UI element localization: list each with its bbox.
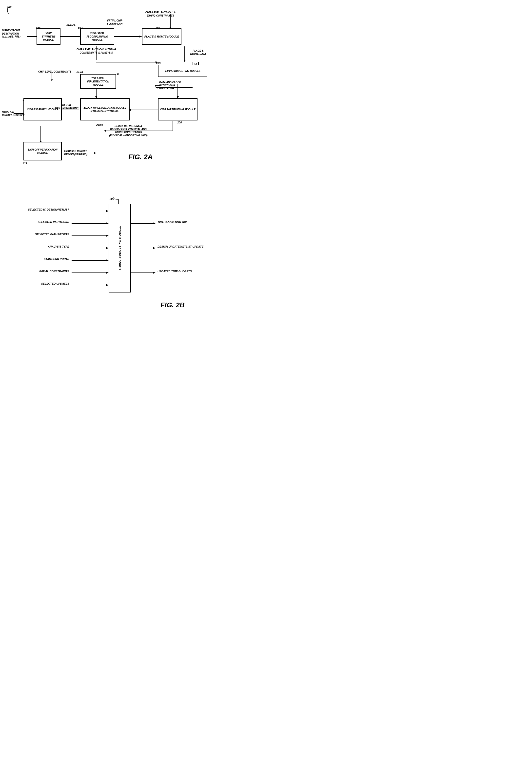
svg-marker-35 [106,210,109,212]
label-input-3: ANALYSIS TYPE [2,245,69,248]
label-output-2: UPDATED TIME BUDGETS [157,270,214,273]
label-place-route-data: PLACE &ROUTE DATA [188,49,209,56]
label-initial-chip-floorplan: INITIAL CHIP FLOORPLAN [102,19,127,25]
label-input-6: SELECTED UPDATES [2,282,69,286]
svg-marker-18 [155,87,158,89]
svg-marker-47 [106,284,109,286]
svg-marker-43 [106,259,109,261]
constraint-arrow [49,73,54,81]
ref-208: 208 [177,121,182,124]
svg-marker-58 [155,85,155,87]
label-output-0: TIME BUDGETING GUI [157,220,214,224]
svg-marker-60 [23,114,25,116]
svg-marker-3 [78,35,80,37]
chip-floorplanning-box: CHIP-LEVEL FLOORPLANNING MODULE [80,28,114,45]
svg-marker-14 [116,73,118,75]
ref-209-2b: 209 [110,198,114,200]
fig2a-title: FIG. 2A [128,153,152,161]
label-input-1: SELECTED PARTITIONS [2,220,69,224]
label-chip-constraints-left: CHIP-LEVEL CONSTRAINTS [38,70,74,74]
place-route-box: PLACE & ROUTE MODULE [142,28,182,45]
label-netlist: NETLIST [63,23,80,27]
modified-circuit-arrow [20,114,25,116]
svg-marker-41 [106,247,109,249]
svg-marker-9 [184,60,186,62]
ref-214: 214 [23,162,27,164]
signoff-box: SIGN-OFF VERIFICATION MODULE [23,142,62,160]
data-clock-arrow [155,84,160,87]
label-input-circuit: INPUT CIRCUITDESCRIPTION(e.g., HDL, RTL) [2,29,25,38]
svg-marker-49 [153,222,155,224]
label-input-4: START/END PORTS [2,257,69,261]
label-modified-circuit: MODIFIEDCIRCUIT DESIGN [2,111,23,117]
ref-200: 200 [7,5,11,8]
svg-marker-39 [106,235,109,237]
svg-marker-51 [153,247,155,249]
block-impl-box: BLOCK IMPLEMENTATION MODULE (PHYSICAL SY… [80,98,130,120]
ref-210b: 210B [96,123,103,126]
label-data-clock-path: DATA AND CLOCKPATH TIMINGBUDGETING [159,81,191,90]
chip-partitioning-box: CHIP PARTITIONING MODULE [158,98,198,120]
label-modified-circuit-verified: MODIFIED CIRCUITDESIGN (VERIFIED) [64,150,99,156]
timing-budgeting-box: TIMING BUDGETING MODULE [158,65,207,77]
label-chip-constraints-top: CHIP-LEVEL PHYSICAL & TIMING CONSTRAINTS [143,11,178,17]
svg-marker-56 [51,80,53,81]
logic-synthesis-box: LOGIC SYNTHESIS MODULE [36,28,61,45]
top-level-impl-box: TOP LEVEL IMPLEMENTATION MODULE [80,74,116,89]
ref-210a: 210A [77,70,83,73]
label-input-0: SELECTED IC DESIGN/NETLIST [2,208,69,212]
svg-marker-5 [139,35,142,37]
svg-marker-37 [106,222,109,224]
label-block-definitions: BLOCK DEFINITIONS &BLOCK-LEVEL PHYSICAL … [104,125,153,137]
label-input-5: INITIAL CONSTRAINTS [2,270,69,273]
label-input-2: SELECTED PATHS/PORTS [2,233,69,236]
ref-209-top: 209 [156,62,161,65]
label-block-implementations: BLOCKIMPLEMENTATIONS [53,104,80,110]
fig2b-title: FIG. 2B [161,301,185,309]
label-chip-constraints-analysis: CHIP-LEVEL PHYSICAL & TIMINGCONSTRAINTS … [72,48,121,54]
label-output-1: DESIGN UPDATE/NETLIST UPDATE [157,245,214,248]
svg-marker-53 [153,272,155,274]
svg-marker-45 [106,272,109,274]
timing-budgeting-box-2b: TIMING BUDGETING MODULE [109,204,131,293]
